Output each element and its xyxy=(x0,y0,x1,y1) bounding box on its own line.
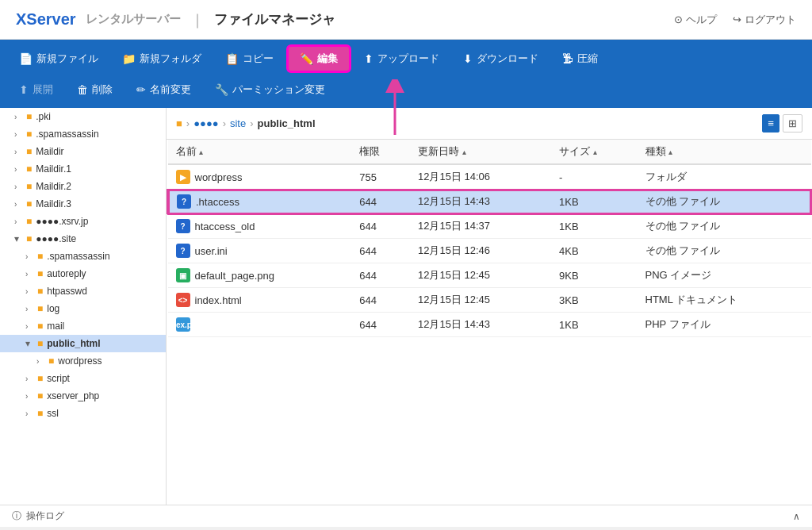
upload-button[interactable]: ⬆ アップロード xyxy=(353,47,450,71)
sidebar-item-public_html[interactable]: ▾ ■ public_html xyxy=(0,335,166,352)
status-left[interactable]: ⓘ 操作ログ xyxy=(12,509,64,523)
sidebar-item-label: .spamassassin xyxy=(47,251,109,262)
sidebar-item-ssl[interactable]: › ■ ssl xyxy=(0,405,166,422)
chevron-right-icon: › xyxy=(25,270,33,278)
sidebar-item-label: ●●●●.site xyxy=(36,233,76,244)
file-modified: 12月15日 14:43 xyxy=(410,313,551,337)
download-button[interactable]: ⬇ ダウンロード xyxy=(452,47,550,71)
folder-icon: ■ xyxy=(48,355,54,367)
file-modified: 12月15日 14:43 xyxy=(410,190,551,214)
sidebar-item-label: Maildir.1 xyxy=(36,163,71,175)
table-header-row: 名前 ▴ 権限 更新日時 ▴ サイズ ▴ 種類 ▴ xyxy=(168,140,811,164)
sidebar-item-maildir[interactable]: › ■ Maildir xyxy=(0,143,166,160)
sidebar-item-maildir3[interactable]: › ■ Maildir.3 xyxy=(0,195,166,213)
logout-icon: ↪ xyxy=(733,13,741,25)
sidebar-item-maildir1[interactable]: › ■ Maildir.1 xyxy=(0,160,166,178)
chevron-down-icon: ▾ xyxy=(14,233,22,244)
file-type: その他 ファイル xyxy=(638,239,811,263)
header-service-name: レンタルサーバー xyxy=(86,12,181,27)
edit-label: 編集 xyxy=(317,52,338,66)
sidebar-item-spamassassin[interactable]: › ■ .spamassassin xyxy=(0,125,166,143)
edit-button[interactable]: ✏️ 編集 xyxy=(286,44,351,73)
new-file-button[interactable]: 📄 新規ファイル xyxy=(8,47,109,71)
expand-icon: ⬆ xyxy=(19,83,29,96)
sidebar-item-xsrv[interactable]: › ■ ●●●●.xsrv.jp xyxy=(0,213,166,230)
sidebar-item-log[interactable]: › ■ log xyxy=(0,300,166,317)
chevron-down-icon: ▾ xyxy=(25,338,33,349)
table-row[interactable]: ? user.ini 64412月15日 12:464KBその他 ファイル xyxy=(168,239,811,263)
header-branding: XServer レンタルサーバー ｜ ファイルマネージャ xyxy=(16,10,335,29)
folder-icon: ■ xyxy=(26,233,32,244)
file-size: 3KB xyxy=(551,288,637,313)
table-row[interactable]: index.php 64412月15日 14:431KBPHP ファイル xyxy=(168,313,811,337)
sidebar-item-label: htpasswd xyxy=(47,286,87,297)
file-panel: ■ › ●●●● › site › public_html ≡ ⊞ 名前 ▴ 権… xyxy=(167,108,812,505)
chevron-right-icon: › xyxy=(25,287,33,296)
col-modified-header[interactable]: 更新日時 ▴ xyxy=(410,140,551,164)
breadcrumb-link-root[interactable]: ●●●● xyxy=(193,117,218,129)
rename-icon: ✏ xyxy=(136,83,146,96)
logout-link[interactable]: ↪ ログアウト xyxy=(733,13,796,27)
folder-icon: ■ xyxy=(37,390,43,401)
new-folder-button[interactable]: 📁 新規フォルダ xyxy=(111,47,213,71)
sidebar-item-spamassassin2[interactable]: › ■ .spamassassin xyxy=(0,248,166,265)
file-name: index.html xyxy=(195,294,242,306)
file-size: - xyxy=(551,164,637,190)
file-name-cell: ? user.ini xyxy=(176,244,344,258)
col-name-header[interactable]: 名前 ▴ xyxy=(168,140,352,164)
sidebar-item-label: mail xyxy=(47,321,64,332)
download-icon: ⬇ xyxy=(463,52,473,65)
sidebar-item-htpasswd[interactable]: › ■ htpasswd xyxy=(0,282,166,300)
file-name: user.ini xyxy=(195,245,228,257)
list-view-button[interactable]: ≡ xyxy=(762,114,779,132)
col-perm-header[interactable]: 権限 xyxy=(351,140,410,164)
file-name: index.php xyxy=(167,321,201,329)
breadcrumb-sep3: › xyxy=(250,117,253,129)
chevron-right-icon: › xyxy=(36,357,44,366)
sidebar-item-script[interactable]: › ■ script xyxy=(0,370,166,387)
sidebar-item-pki[interactable]: › ■ .pki xyxy=(0,108,166,125)
grid-view-button[interactable]: ⊞ xyxy=(783,114,802,132)
file-size: 1KB xyxy=(551,313,637,337)
toolbar: 📄 新規ファイル 📁 新規フォルダ 📋 コピー ✏️ 編集 ⬆ アップロード ⬇… xyxy=(0,40,812,108)
permissions-button[interactable]: 🔧 パーミッション変更 xyxy=(204,78,336,102)
table-row[interactable]: ▣ default_page.png 64412月15日 12:459KBPNG… xyxy=(168,263,811,288)
file-name-cell: ? htaccess_old xyxy=(176,219,344,233)
sidebar-item-maildir2[interactable]: › ■ Maildir.2 xyxy=(0,178,166,195)
rename-button[interactable]: ✏ 名前変更 xyxy=(125,78,202,102)
sidebar-item-site[interactable]: ▾ ■ ●●●●.site xyxy=(0,230,166,248)
file-type-icon: index.php xyxy=(176,317,190,332)
table-row[interactable]: ? .htaccess 64412月15日 14:431KBその他 ファイル xyxy=(168,190,811,214)
folder-icon: ■ xyxy=(37,251,43,262)
folder-icon: ■ xyxy=(26,216,32,227)
help-label: ヘルプ xyxy=(686,13,717,27)
breadcrumb-link-site[interactable]: site xyxy=(230,117,246,129)
folder-icon: ■ xyxy=(37,286,43,297)
sort-arrow-name: ▴ xyxy=(199,148,203,156)
copy-button[interactable]: 📋 コピー xyxy=(214,47,285,71)
chevron-right-icon: › xyxy=(25,409,33,418)
compress-button[interactable]: 🗜 圧縮 xyxy=(551,47,609,71)
table-row[interactable]: <> index.html 64412月15日 12:453KBHTML ドキュ… xyxy=(168,288,811,313)
delete-button[interactable]: 🗑 削除 xyxy=(66,78,124,102)
file-perm: 644 xyxy=(351,190,410,214)
sidebar-item-wordpress-sub[interactable]: › ■ wordpress xyxy=(0,352,166,370)
sidebar-item-mail[interactable]: › ■ mail xyxy=(0,317,166,335)
chevron-up-icon[interactable]: ∧ xyxy=(793,511,800,522)
chevron-right-icon: › xyxy=(14,217,22,226)
breadcrumb-folder-icon: ■ xyxy=(176,117,182,129)
file-size: 1KB xyxy=(551,190,637,214)
sidebar-item-xserver_php[interactable]: › ■ xserver_php xyxy=(0,387,166,405)
file-type: その他 ファイル xyxy=(638,190,811,214)
sort-arrow-type: ▴ xyxy=(668,148,672,156)
breadcrumb-sep: › xyxy=(186,117,190,129)
expand-button[interactable]: ⬆ 展開 xyxy=(8,78,64,102)
col-type-header[interactable]: 種類 ▴ xyxy=(638,140,811,164)
help-link[interactable]: ⊙ ヘルプ xyxy=(674,13,717,27)
table-row[interactable]: ? htaccess_old 64412月15日 14:371KBその他 ファイ… xyxy=(168,214,811,239)
toolbar-row2: ⬆ 展開 🗑 削除 ✏ 名前変更 🔧 パーミッション変更 xyxy=(0,78,812,108)
sidebar-item-autoreply[interactable]: › ■ autoreply xyxy=(0,265,166,282)
col-size-header[interactable]: サイズ ▴ xyxy=(551,140,637,164)
new-file-label: 新規ファイル xyxy=(36,52,98,66)
table-row[interactable]: ▶ wordpress 75512月15日 14:06-フォルダ xyxy=(168,164,811,190)
